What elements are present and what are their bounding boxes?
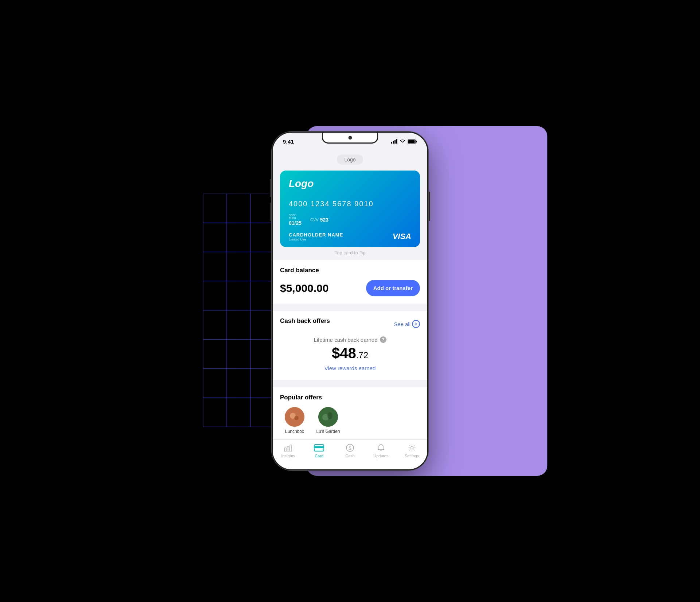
screen-content: Logo Logo 4000 1234 5678 9010 GOODTHRU 0… [273, 150, 427, 439]
tab-cash-label: Cash [345, 454, 355, 458]
card-number: 4000 1234 5678 9010 [289, 200, 411, 208]
svg-point-34 [411, 447, 413, 449]
cashback-cents: .72 [356, 350, 368, 360]
power-button [429, 192, 430, 221]
cashback-title: Cash back offers [280, 317, 330, 325]
offers-row: Lunchbox Lu's Garden [280, 407, 420, 434]
svg-rect-28 [287, 446, 289, 451]
svg-rect-27 [284, 448, 286, 451]
svg-point-26 [327, 412, 332, 419]
tab-settings-label: Settings [405, 454, 419, 458]
cashback-header: Cash back offers See all [280, 317, 420, 331]
svg-rect-31 [314, 446, 324, 448]
tab-insights[interactable]: Insights [273, 443, 304, 458]
offer-name-1: Lunchbox [285, 429, 304, 434]
tab-bar: Insights Card [273, 439, 427, 469]
limited-use-label: Limited Use [289, 238, 343, 241]
arrow-right-icon [414, 322, 418, 326]
offer-image-1 [285, 407, 304, 427]
offer-avatar-2 [318, 407, 338, 427]
visa-logo: VISA [393, 232, 411, 241]
bell-icon [376, 443, 386, 452]
status-time: 9:41 [283, 138, 294, 145]
card-bottom-row: CARDHOLDER NAME Limited Use VISA [289, 232, 411, 241]
svg-rect-19 [416, 141, 417, 142]
cvv-label: CVV [310, 218, 319, 222]
status-icons [391, 139, 417, 144]
svg-rect-14 [391, 142, 392, 144]
popular-title: Popular offers [280, 394, 420, 401]
section-divider-3 [273, 384, 427, 387]
balance-amount: $5,000.00 [280, 282, 328, 294]
cashback-amount: $48.72 [280, 345, 420, 361]
battery-icon [408, 139, 417, 144]
tab-updates[interactable]: Updates [365, 443, 396, 458]
svg-rect-20 [408, 140, 415, 143]
tab-card-label: Card [315, 454, 323, 458]
tab-settings[interactable]: Settings [396, 443, 427, 458]
cashback-section: Cash back offers See all Lifetime cash b… [273, 311, 427, 380]
help-icon[interactable]: ? [380, 336, 386, 343]
wifi-icon [400, 139, 405, 144]
phone-notch [322, 133, 378, 144]
cardholder: CARDHOLDER NAME Limited Use [289, 232, 343, 241]
see-all-label: See all [394, 321, 411, 327]
balance-title: Card balance [280, 267, 420, 274]
card-expiry: GOODTHRU 01/25 [289, 214, 302, 226]
volume-down-button [270, 203, 271, 221]
offer-image-2 [318, 407, 338, 427]
expiry-value: 01/25 [289, 220, 302, 226]
view-rewards-button[interactable]: View rewards earned [280, 364, 420, 373]
tab-insights-label: Insights [281, 454, 295, 458]
lifetime-row: Lifetime cash back earned ? [280, 336, 420, 343]
svg-rect-29 [290, 445, 292, 451]
see-all-circle [412, 320, 420, 328]
dollar-circle-icon: $ [345, 443, 355, 452]
tab-cash[interactable]: $ Cash [335, 443, 366, 458]
svg-rect-15 [393, 141, 394, 144]
balance-row: $5,000.00 Add or transfer [280, 280, 420, 296]
logo-pill-container: Logo [273, 150, 427, 168]
offer-item-2[interactable]: Lu's Garden [314, 407, 343, 434]
svg-rect-16 [394, 140, 396, 144]
tab-updates-label: Updates [373, 454, 388, 458]
card-details-row: GOODTHRU 01/25 CVV 523 [289, 214, 411, 226]
svg-rect-17 [396, 139, 397, 144]
svg-point-23 [294, 416, 299, 420]
card-logo: Logo [289, 178, 411, 189]
expiry-label: GOODTHRU [289, 214, 302, 220]
bar-chart-icon [283, 443, 293, 452]
phone-frame: 9:41 [272, 132, 428, 470]
lifetime-label: Lifetime cash back earned [314, 337, 377, 343]
logo-pill: Logo [337, 155, 363, 165]
phone-mockup: 9:41 [272, 132, 428, 470]
phone-screen: 9:41 [273, 133, 427, 469]
cvv-value: 523 [320, 217, 328, 223]
card-tab-icon [314, 443, 324, 452]
popular-offers-section: Popular offers Lunchbox [273, 387, 427, 439]
volume-up-button [270, 179, 271, 197]
balance-section: Card balance $5,000.00 Add or transfer [273, 260, 427, 304]
credit-card[interactable]: Logo 4000 1234 5678 9010 GOODTHRU 01/25 … [280, 171, 420, 247]
see-all-button[interactable]: See all [394, 320, 420, 328]
offer-name-2: Lu's Garden [316, 429, 340, 434]
card-cvv: CVV 523 [310, 217, 328, 223]
add-transfer-button[interactable]: Add or transfer [366, 280, 420, 296]
offer-item-1[interactable]: Lunchbox [280, 407, 309, 434]
cashback-dollars: $48 [332, 345, 356, 361]
section-divider-2 [273, 307, 427, 311]
signal-icon [391, 139, 397, 144]
tab-card[interactable]: Card [304, 443, 335, 458]
svg-text:$: $ [349, 446, 351, 451]
offer-avatar-1 [285, 407, 304, 427]
tap-hint: Tap card to flip [273, 247, 427, 260]
gear-icon [407, 443, 417, 452]
cardholder-name: CARDHOLDER NAME [289, 232, 343, 238]
card-container: Logo 4000 1234 5678 9010 GOODTHRU 01/25 … [273, 168, 427, 247]
